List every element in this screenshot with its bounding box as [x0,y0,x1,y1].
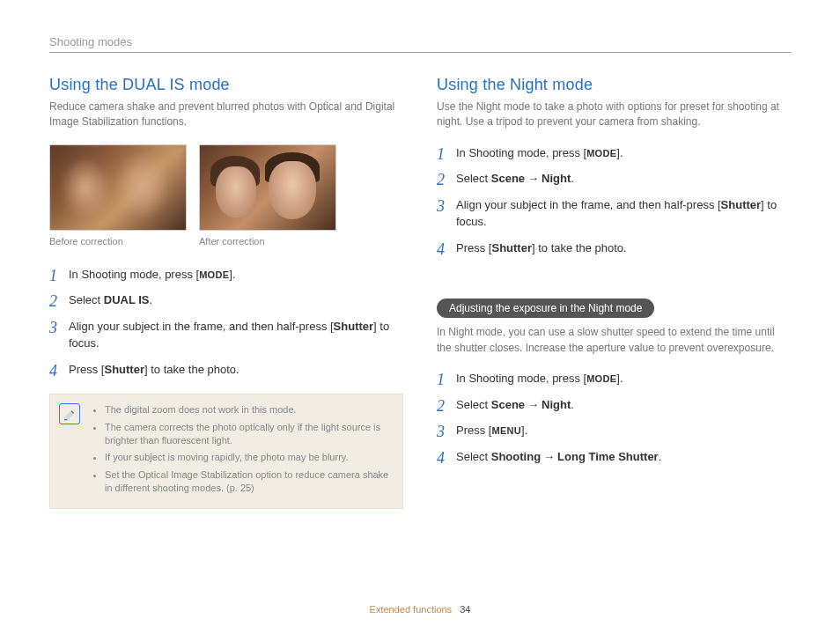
dual-is-label: DUAL IS [104,293,150,306]
note-3: If your subject is moving rapidly, the p… [105,451,392,464]
menu-key: MENU [491,425,521,436]
night-label: Night [542,398,571,411]
left-column: Using the DUAL IS mode Reduce camera sha… [49,76,403,509]
right-heading: Using the Night mode [437,76,791,94]
shutter-label: Shutter [721,198,762,211]
r2-step-2: Select Scene→Night. [437,396,791,414]
caption-after: After correction [199,236,336,247]
page-footer: Extended functions 34 [0,604,840,615]
left-heading: Using the DUAL IS mode [49,76,403,94]
r2-step-4: Select Shooting→Long Time Shutter. [437,448,791,466]
left-step-1: In Shooting mode, press [MODE]. [49,266,403,284]
shutter-label: Shutter [491,241,532,254]
note-2: The camera corrects the photo optically … [105,421,392,448]
sub-intro: In Night mode, you can use a slow shutte… [437,325,791,356]
mode-key: MODE [586,373,616,384]
note-1: The digital zoom does not work in this m… [105,403,392,417]
long-time-shutter-label: Long Time Shutter [557,450,659,463]
content-columns: Using the DUAL IS mode Reduce camera sha… [49,76,791,509]
right-intro: Use the Night mode to take a photo with … [437,100,791,130]
photo-after [199,144,336,231]
right-column: Using the Night mode Use the Night mode … [437,76,791,509]
arrow-icon: → [541,450,557,463]
right-step-1: In Shooting mode, press [MODE]. [437,144,791,162]
shooting-label: Shooting [491,450,541,463]
right-step-2: Select Scene→Night. [437,170,791,188]
sub-heading-pill: Adjusting the exposure in the Night mode [437,299,654,318]
mode-key: MODE [586,148,616,158]
mode-key: MODE [199,269,229,280]
caption-before: Before correction [49,236,187,247]
arrow-icon: → [525,398,542,411]
notes-box: The digital zoom does not work in this m… [49,394,403,508]
right-steps: In Shooting mode, press [MODE]. Select S… [437,144,791,257]
photo-before [49,144,187,231]
scene-label: Scene [491,398,525,411]
right-step-3: Align your subject in the frame, and the… [437,196,791,231]
left-step-4: Press [Shutter] to take the photo. [49,361,403,379]
r2-step-3: Press [MENU]. [437,422,791,439]
arrow-icon: → [525,172,542,185]
example-photos [49,144,403,231]
photo-captions: Before correction After correction [49,236,403,247]
shutter-label: Shutter [334,320,374,333]
left-intro: Reduce camera shake and prevent blurred … [49,100,403,130]
breadcrumb: Shooting modes [49,35,791,53]
left-steps: In Shooting mode, press [MODE]. Select D… [49,266,403,379]
left-step-2: Select DUAL IS. [49,291,403,309]
footer-section: Extended functions [370,604,453,615]
page-number: 34 [460,604,470,615]
scene-label: Scene [491,172,525,185]
note-4: Set the Optical Image Stabilization opti… [105,468,392,496]
shutter-label: Shutter [104,363,144,376]
note-icon [59,403,80,424]
r2-step-1: In Shooting mode, press [MODE]. [437,370,791,387]
left-step-3: Align your subject in the frame, and the… [49,318,403,352]
right-step-4: Press [Shutter] to take the photo. [437,240,791,257]
right-steps-2: In Shooting mode, press [MODE]. Select S… [437,370,791,465]
night-label: Night [542,172,571,185]
